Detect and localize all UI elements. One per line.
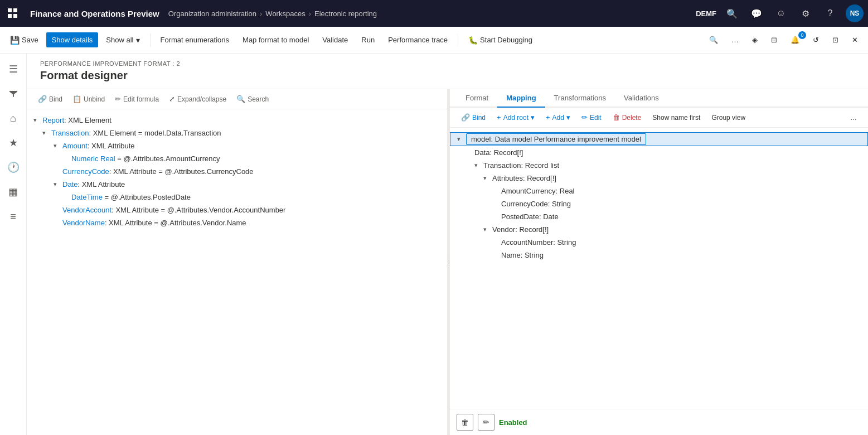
expand-collapse-button[interactable]: ⤢ Expand/collapse [164, 93, 231, 105]
performance-trace-button[interactable]: Performance trace [382, 32, 453, 47]
show-name-first-button[interactable]: Show name first [648, 112, 705, 124]
breadcrumb-sep-1: › [260, 9, 262, 18]
tree-item-label: VendorAccount: XML Attribute = @.Attribu… [62, 206, 285, 214]
notifications-icon[interactable]: 💬 [748, 4, 765, 22]
format-enumerations-button[interactable]: Format enumerations [155, 32, 235, 47]
map-format-to-model-button[interactable]: Map format to model [237, 32, 314, 47]
add-button[interactable]: + Add ▾ [541, 111, 575, 124]
map-row[interactable]: ▾ model: Data model Performance improvem… [450, 132, 868, 146]
map-row[interactable]: ▾ AmountCurrency: Real [450, 185, 868, 197]
sidebar-hamburger-icon[interactable]: ☰ [2, 58, 25, 80]
settings-icon[interactable]: ⚙ [797, 4, 814, 22]
sidebar-home-icon[interactable]: ⌂ [2, 107, 25, 129]
copy-icon: 📋 [72, 95, 81, 103]
cmd-diamond-button[interactable]: ◈ [746, 32, 763, 47]
left-search-button[interactable]: 🔍 Search [232, 93, 273, 105]
tree-row[interactable]: ▾ Report: XML Element [27, 114, 447, 127]
map-item-label: AccountNumber: String [501, 238, 576, 246]
page-breadcrumb: PERFORMANCE IMPROVEMENT FORMAT : 2 [40, 60, 855, 67]
tab-mapping[interactable]: Mapping [497, 89, 545, 108]
unbind-button[interactable]: 📋 Unbind [68, 93, 109, 105]
nav-item-er[interactable]: Electronic reporting [314, 9, 377, 18]
delete-icon: 🗑 [613, 113, 620, 122]
run-button[interactable]: Run [356, 32, 380, 47]
app-grid-icon[interactable] [4, 5, 21, 22]
sidebar-table-icon[interactable]: ▦ [2, 181, 25, 203]
save-button[interactable]: 💾 Save [4, 32, 44, 48]
main-content: PERFORMANCE IMPROVEMENT FORMAT : 2 Forma… [27, 54, 868, 435]
cmd-divider-1 [150, 33, 151, 47]
top-navigation: Finance and Operations Preview Organizat… [0, 0, 868, 27]
app-title: Finance and Operations Preview [30, 9, 159, 18]
tab-validations[interactable]: Validations [615, 89, 668, 108]
tree-row[interactable]: ▾ Numeric Real = @.Attributes.AmountCurr… [27, 152, 447, 165]
map-row[interactable]: ▾ Data: Record[!] [450, 146, 868, 159]
bind-button[interactable]: 🔗 Bind [33, 93, 67, 105]
map-row[interactable]: ▾ CurrencyCode: String [450, 197, 868, 210]
cmd-ext1-button[interactable]: ⊡ [765, 32, 783, 47]
sidebar-list-icon[interactable]: ≡ [2, 205, 25, 228]
map-item-label: Vendor: Record[!] [492, 225, 549, 234]
delete-button[interactable]: 🗑 Delete [608, 111, 646, 124]
edit-button[interactable]: ✏ Edit [577, 111, 606, 124]
map-item-label: CurrencyCode: String [501, 200, 571, 208]
tree-row[interactable]: ▾ DateTime = @.Attributes.PostedDate [27, 191, 447, 204]
format-panel: 🔗 Bind 📋 Unbind ✏ Edit formula ⤢ Expand/… [27, 89, 448, 435]
start-debugging-button[interactable]: 🐛 Start Debugging [463, 32, 538, 48]
mapping-more-button[interactable]: … [846, 112, 861, 124]
cmd-popout-button[interactable]: ⊡ [827, 32, 844, 47]
sidebar-filter-icon[interactable] [2, 83, 25, 105]
tree-row[interactable]: ▾ Date: XML Attribute [27, 178, 447, 191]
user-avatar[interactable]: NS [846, 4, 864, 22]
footer-delete-button[interactable]: 🗑 [457, 414, 473, 431]
sidebar-favorites-icon[interactable]: ★ [2, 132, 25, 154]
cmd-refresh-button[interactable]: ↺ [807, 32, 825, 47]
show-all-button[interactable]: Show all ▾ [100, 32, 145, 48]
chevron-down-icon: ▾ [457, 136, 466, 143]
sidebar-recent-icon[interactable]: 🕐 [2, 156, 25, 178]
format-tree: ▾ Report: XML Element ▾ Transaction: XML… [27, 109, 447, 435]
edit-formula-button[interactable]: ✏ Edit formula [110, 93, 163, 105]
group-view-button[interactable]: Group view [707, 112, 750, 124]
svg-rect-1 [13, 8, 17, 12]
cmd-more-button[interactable]: … [726, 32, 744, 47]
tree-row[interactable]: ▾ VendorAccount: XML Attribute = @.Attri… [27, 204, 447, 216]
cmd-close-button[interactable]: ✕ [846, 32, 864, 47]
smiley-icon[interactable]: ☺ [772, 4, 790, 22]
map-row[interactable]: ▾ Transaction: Record list [450, 159, 868, 172]
tree-row[interactable]: ▾ VendorName: XML Attribute = @.Attribut… [27, 216, 447, 229]
validate-button[interactable]: Validate [317, 32, 353, 47]
mapping-panel: Format Mapping Transformations Validatio… [450, 89, 868, 435]
tree-row[interactable]: ▾ Amount: XML Attribute [27, 139, 447, 152]
page-title: Format designer [40, 69, 855, 89]
chevron-down-icon: ▾ [474, 162, 483, 169]
bug-icon: 🐛 [468, 36, 478, 45]
tree-row[interactable]: ▾ CurrencyCode: XML Attribute = @.Attrib… [27, 165, 447, 178]
cmd-search-button[interactable]: 🔍 [704, 32, 724, 47]
designer-area: 🔗 Bind 📋 Unbind ✏ Edit formula ⤢ Expand/… [27, 89, 868, 435]
help-icon[interactable]: ? [821, 4, 839, 22]
map-item-label: Transaction: Record list [483, 161, 559, 170]
map-row[interactable]: ▾ PostedDate: Date [450, 210, 868, 223]
map-row[interactable]: ▾ AccountNumber: String [450, 236, 868, 249]
tree-item-label: Numeric Real = @.Attributes.AmountCurren… [71, 154, 220, 163]
expand-icon: ⤢ [169, 95, 175, 103]
map-row[interactable]: ▾ Vendor: Record[!] [450, 223, 868, 236]
tree-row[interactable]: ▾ Transaction: XML Element = model.Data.… [27, 127, 447, 139]
map-row[interactable]: ▾ Name: String [450, 249, 868, 262]
map-item-label: model: Data model Performance improvemen… [466, 135, 646, 143]
tab-format[interactable]: Format [457, 89, 497, 108]
map-row[interactable]: ▾ Attributes: Record[!] [450, 172, 868, 185]
app-body: ☰ ⌂ ★ 🕐 ▦ ≡ PERFORMANCE IMPROVEMENT FORM… [0, 54, 868, 435]
mapping-bind-button[interactable]: 🔗 Bind [457, 111, 490, 124]
svg-rect-0 [8, 8, 12, 12]
footer-edit-button[interactable]: ✏ [478, 414, 494, 431]
nav-item-workspaces[interactable]: Workspaces [265, 9, 305, 18]
tree-item-label: Date: XML Attribute [62, 180, 125, 188]
add-root-button[interactable]: + Add root ▾ [492, 111, 539, 124]
show-details-button[interactable]: Show details [46, 32, 99, 47]
nav-item-org[interactable]: Organization administration [168, 9, 256, 18]
tab-transformations[interactable]: Transformations [545, 89, 615, 108]
map-item-label: Attributes: Record[!] [492, 174, 556, 182]
search-icon[interactable]: 🔍 [723, 4, 741, 22]
